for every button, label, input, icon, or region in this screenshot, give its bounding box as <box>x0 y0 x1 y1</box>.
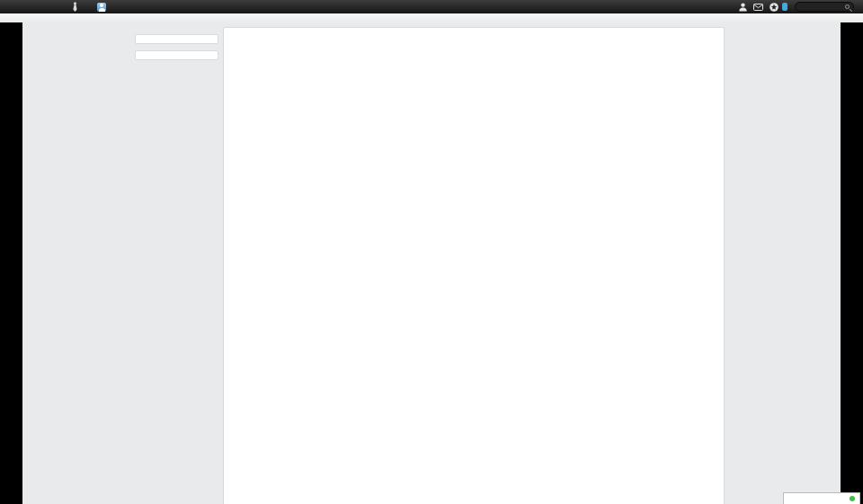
top-bar <box>0 0 863 13</box>
sidebar <box>135 34 218 60</box>
logo[interactable] <box>70 2 81 12</box>
avatar <box>97 3 106 12</box>
user-menu[interactable] <box>93 3 106 12</box>
friends-rooms-bar[interactable] <box>783 492 860 504</box>
wireclub-tie-icon <box>70 2 81 12</box>
star-circle-icon[interactable] <box>770 3 778 12</box>
mail-icon[interactable] <box>753 4 763 11</box>
online-status-icon <box>850 496 855 501</box>
profile-icon[interactable] <box>739 3 747 12</box>
search-box[interactable] <box>795 2 854 12</box>
header-shadow-strip <box>0 13 863 22</box>
notification-badge[interactable] <box>782 3 787 11</box>
top-right-tools <box>733 2 854 12</box>
featured-conversations-panel <box>223 27 725 504</box>
sidebar-categories-card <box>135 50 218 60</box>
search-input[interactable] <box>799 3 845 11</box>
search-icon[interactable] <box>845 4 850 9</box>
sidebar-top-card <box>135 34 218 44</box>
page <box>22 22 841 504</box>
